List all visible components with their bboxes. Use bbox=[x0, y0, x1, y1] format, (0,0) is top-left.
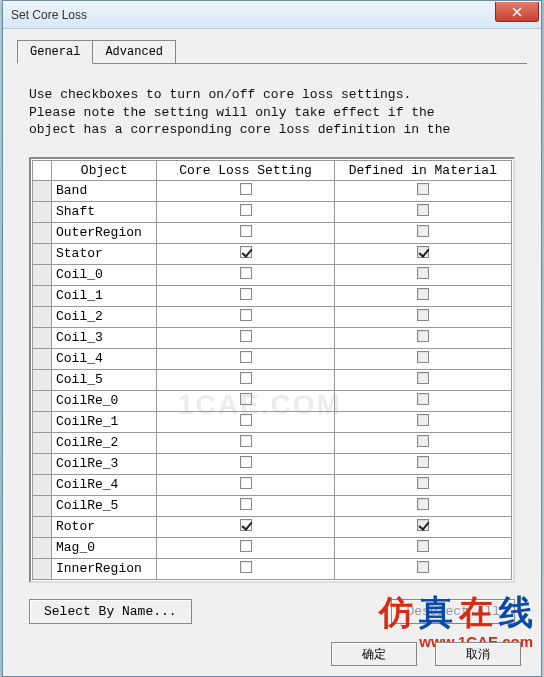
core-loss-cell bbox=[157, 201, 334, 222]
defined-cell bbox=[334, 537, 511, 558]
table-row: Stator bbox=[33, 243, 512, 264]
table-row: Coil_3 bbox=[33, 327, 512, 348]
core-loss-cell bbox=[157, 432, 334, 453]
object-cell: CoilRe_3 bbox=[51, 453, 157, 474]
object-cell: Coil_3 bbox=[51, 327, 157, 348]
core-loss-checkbox[interactable] bbox=[240, 561, 252, 573]
defined-cell bbox=[334, 453, 511, 474]
close-button[interactable] bbox=[495, 2, 539, 22]
select-by-name-button[interactable]: Select By Name... bbox=[29, 599, 192, 624]
defined-cell bbox=[334, 558, 511, 579]
row-gutter bbox=[33, 201, 52, 222]
object-cell: CoilRe_4 bbox=[51, 474, 157, 495]
defined-checkbox bbox=[417, 183, 429, 195]
object-cell: CoilRe_0 bbox=[51, 390, 157, 411]
core-loss-cell bbox=[157, 474, 334, 495]
header-defined: Defined in Material bbox=[334, 160, 511, 180]
window-title: Set Core Loss bbox=[11, 8, 87, 22]
deselect-all-button[interactable]: Deselect All bbox=[391, 599, 515, 624]
defined-checkbox bbox=[417, 435, 429, 447]
defined-checkbox bbox=[417, 351, 429, 363]
defined-cell bbox=[334, 327, 511, 348]
core-loss-checkbox[interactable] bbox=[240, 519, 252, 531]
cancel-button[interactable]: 取消 bbox=[435, 642, 521, 666]
core-loss-cell bbox=[157, 516, 334, 537]
core-loss-checkbox[interactable] bbox=[240, 477, 252, 489]
core-loss-checkbox[interactable] bbox=[240, 372, 252, 384]
core-loss-checkbox[interactable] bbox=[240, 267, 252, 279]
defined-checkbox bbox=[417, 561, 429, 573]
core-loss-checkbox[interactable] bbox=[240, 204, 252, 216]
defined-checkbox bbox=[417, 330, 429, 342]
core-loss-checkbox[interactable] bbox=[240, 330, 252, 342]
row-gutter bbox=[33, 432, 52, 453]
core-loss-cell bbox=[157, 264, 334, 285]
core-loss-checkbox[interactable] bbox=[240, 225, 252, 237]
object-cell: Coil_0 bbox=[51, 264, 157, 285]
table-row: CoilRe_5 bbox=[33, 495, 512, 516]
instruction-text: Use checkboxes to turn on/off core loss … bbox=[29, 86, 515, 139]
defined-checkbox bbox=[417, 204, 429, 216]
object-cell: CoilRe_2 bbox=[51, 432, 157, 453]
core-loss-checkbox[interactable] bbox=[240, 183, 252, 195]
core-loss-cell bbox=[157, 306, 334, 327]
table-row: Mag_0 bbox=[33, 537, 512, 558]
core-loss-checkbox[interactable] bbox=[240, 288, 252, 300]
defined-cell bbox=[334, 516, 511, 537]
row-gutter bbox=[33, 495, 52, 516]
table-row: Coil_5 bbox=[33, 369, 512, 390]
defined-checkbox bbox=[417, 540, 429, 552]
tab-advanced[interactable]: Advanced bbox=[92, 40, 176, 63]
core-loss-checkbox[interactable] bbox=[240, 351, 252, 363]
defined-checkbox bbox=[417, 519, 429, 531]
ok-button[interactable]: 确定 bbox=[331, 642, 417, 666]
defined-checkbox bbox=[417, 372, 429, 384]
titlebar[interactable]: Set Core Loss bbox=[3, 1, 541, 29]
row-gutter bbox=[33, 180, 52, 201]
row-gutter bbox=[33, 348, 52, 369]
core-loss-cell bbox=[157, 180, 334, 201]
object-cell: InnerRegion bbox=[51, 558, 157, 579]
table-row: OuterRegion bbox=[33, 222, 512, 243]
row-gutter bbox=[33, 222, 52, 243]
row-gutter bbox=[33, 306, 52, 327]
object-cell: Rotor bbox=[51, 516, 157, 537]
dialog-buttons: 确定 取消 bbox=[331, 642, 521, 666]
core-loss-checkbox[interactable] bbox=[240, 498, 252, 510]
defined-checkbox bbox=[417, 393, 429, 405]
defined-cell bbox=[334, 411, 511, 432]
table-row: Shaft bbox=[33, 201, 512, 222]
row-gutter bbox=[33, 390, 52, 411]
core-loss-cell bbox=[157, 390, 334, 411]
object-cell: Coil_1 bbox=[51, 285, 157, 306]
defined-checkbox bbox=[417, 498, 429, 510]
core-loss-checkbox[interactable] bbox=[240, 309, 252, 321]
defined-cell bbox=[334, 180, 511, 201]
defined-checkbox bbox=[417, 456, 429, 468]
table-row: CoilRe_0 bbox=[33, 390, 512, 411]
row-gutter bbox=[33, 327, 52, 348]
core-loss-checkbox[interactable] bbox=[240, 540, 252, 552]
table-row: CoilRe_4 bbox=[33, 474, 512, 495]
core-loss-checkbox[interactable] bbox=[240, 414, 252, 426]
button-row: Select By Name... Deselect All bbox=[29, 599, 515, 624]
core-loss-checkbox[interactable] bbox=[240, 393, 252, 405]
table-row: Coil_2 bbox=[33, 306, 512, 327]
core-loss-checkbox[interactable] bbox=[240, 435, 252, 447]
core-loss-checkbox[interactable] bbox=[240, 246, 252, 258]
object-cell: Mag_0 bbox=[51, 537, 157, 558]
core-loss-cell bbox=[157, 285, 334, 306]
object-cell: Coil_2 bbox=[51, 306, 157, 327]
row-gutter bbox=[33, 537, 52, 558]
table-row: CoilRe_1 bbox=[33, 411, 512, 432]
object-cell: Coil_5 bbox=[51, 369, 157, 390]
tab-general[interactable]: General bbox=[17, 40, 93, 64]
object-cell: Coil_4 bbox=[51, 348, 157, 369]
row-gutter bbox=[33, 558, 52, 579]
object-cell: Stator bbox=[51, 243, 157, 264]
tab-strip: General Advanced bbox=[17, 39, 527, 64]
defined-checkbox bbox=[417, 309, 429, 321]
defined-checkbox bbox=[417, 225, 429, 237]
defined-cell bbox=[334, 390, 511, 411]
core-loss-checkbox[interactable] bbox=[240, 456, 252, 468]
